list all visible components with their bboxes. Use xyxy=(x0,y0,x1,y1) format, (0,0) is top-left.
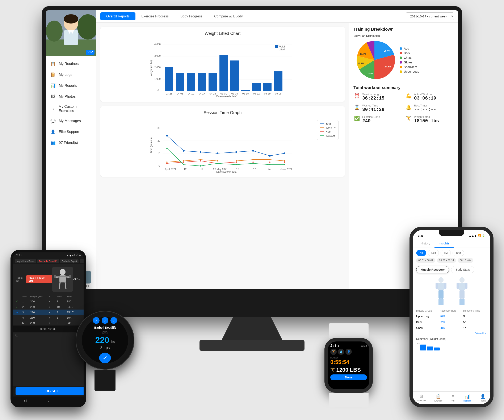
view-all-btn[interactable]: View All ∨ xyxy=(416,331,487,336)
sidebar-item-support[interactable]: 👤 Elite Support xyxy=(46,126,96,137)
cw-weight-val: 220 xyxy=(95,335,109,345)
cw-check-1: ✓ xyxy=(93,317,100,324)
aw-done-btn[interactable]: Done xyxy=(330,374,367,380)
weight-chart-card: Weight Lifted Chart 0 1,000 2,000 3,000 … xyxy=(100,27,345,102)
svg-text:16.9%: 16.9% xyxy=(358,62,364,65)
svg-text:24.8%: 24.8% xyxy=(384,65,391,68)
date-select[interactable]: 2021-10-17 - current week xyxy=(406,12,454,20)
tab-overall-reports[interactable]: Overall Reports xyxy=(100,12,135,20)
svg-point-64 xyxy=(200,151,201,153)
svg-text:05-29: 05-29 xyxy=(264,92,271,95)
svg-text:Lifted: Lifted xyxy=(278,48,285,51)
legend-glutes: Glutes xyxy=(404,61,412,64)
time-chip-1m[interactable]: 1M xyxy=(441,250,451,256)
rr2-time: 5h xyxy=(463,320,487,324)
svg-text:14%: 14% xyxy=(368,72,373,75)
rr1-rate: 96% xyxy=(440,315,463,318)
svg-text:2,000: 2,000 xyxy=(154,66,161,69)
svg-rect-31 xyxy=(230,60,239,91)
svg-rect-121 xyxy=(459,283,465,290)
pie-legend: Abs Back Chest Glutes Shoulders Upper Le… xyxy=(400,47,419,73)
svg-rect-113 xyxy=(444,283,446,289)
sidebar-item-logs[interactable]: 📔 My Logs xyxy=(46,69,96,80)
sidebar-item-photos[interactable]: 🖼 My Photos xyxy=(46,91,96,102)
sidebar-item-reports[interactable]: 📊 My Reports xyxy=(46,80,96,91)
aw-duration: Duration 0:55:54 xyxy=(330,357,367,365)
tab-history[interactable]: History xyxy=(416,240,434,248)
svg-point-65 xyxy=(216,152,218,154)
sidebar-friends-label: 97 Friend(s) xyxy=(59,141,78,145)
sidebar-item-friends[interactable]: 👥 97 Friend(s) xyxy=(46,137,96,148)
workout-summary-section: Total workout summary ⏰ Session Length 3… xyxy=(354,85,454,124)
svg-rect-41 xyxy=(275,45,278,48)
svg-point-87 xyxy=(183,164,184,165)
wasted-time-label: Wasted Time xyxy=(362,104,384,107)
sidebar-photos-label: My Photos xyxy=(59,95,76,99)
svg-point-93 xyxy=(284,164,285,165)
actual-workout-item: 💪 Actual Workout 03:06:19 xyxy=(405,93,454,101)
exercise-chip-deadlift[interactable]: Barbells Deadlift xyxy=(37,259,59,263)
svg-point-63 xyxy=(183,150,185,152)
svg-rect-109 xyxy=(69,275,71,278)
svg-point-74 xyxy=(236,160,237,162)
pause-icon[interactable]: ⏸ xyxy=(16,327,19,331)
tab-insights[interactable]: Insights xyxy=(434,240,454,248)
svg-point-67 xyxy=(252,150,254,152)
iphone-history-insights-tabs: History Insights xyxy=(413,240,490,248)
nav-log[interactable]: ≡ Log xyxy=(451,394,455,402)
recovery-row-1: Upper Leg 96% 3h xyxy=(416,313,487,319)
wasted-time-item: ⌛ Wasted Time 30:41:29 xyxy=(354,104,402,112)
svg-rect-6 xyxy=(64,30,78,45)
session-chart-svg: 0 10 20 30 April 2021 12 19 26 May 2021 xyxy=(105,118,341,173)
nav-exercise[interactable]: 📋 Exercise xyxy=(434,394,443,402)
cw-screen: ✓ ✓ ✓ Barbell Deadlift 205 220 lbs 8 rps… xyxy=(82,317,128,363)
cw-exercise-name: Barbell Deadlift xyxy=(94,326,116,329)
session-chart-card: Session Time Graph xyxy=(100,106,345,177)
date-chip-1[interactable]: 08.01 - 08.07 xyxy=(416,258,435,263)
nav-schedule[interactable]: 🗓 Schedule xyxy=(417,394,426,402)
log-set-button[interactable]: LOG SET xyxy=(16,387,84,395)
app-container: VIP 📋 My Routines 📔 My Logs 📊 xyxy=(46,10,458,289)
cw-confirm-btn[interactable]: ✓ xyxy=(99,353,111,363)
nav-profile[interactable]: 👤 Profile xyxy=(480,394,486,402)
sidebar-support-label: Elite Support xyxy=(59,130,79,134)
date-chip-3[interactable]: 08.15 - 0~ xyxy=(458,258,473,263)
tab-exercise-progress[interactable]: Exercise Progress xyxy=(135,12,174,20)
cw-body: ✓ ✓ ✓ Barbell Deadlift 205 220 lbs 8 rps… xyxy=(76,311,134,370)
exercise-figure-svg xyxy=(54,269,71,290)
svg-text:Date (weekly data): Date (weekly data) xyxy=(216,170,237,173)
sidebar-item-exercises[interactable]: ↔ My Custom Exercises xyxy=(46,102,96,115)
svg-rect-130 xyxy=(427,347,433,350)
aw-brand: Jefit xyxy=(330,344,339,348)
date-chip-2[interactable]: 08.08 - 08.14 xyxy=(437,258,456,263)
exercise-chip-more[interactable]: ... xyxy=(80,259,84,263)
time-chip-12m[interactable]: 12M xyxy=(453,250,464,256)
legend-rest: Rest xyxy=(325,130,331,133)
tab-compare-buddy[interactable]: Compare w/ Buddy xyxy=(208,12,249,20)
time-chip-7d[interactable]: 7D xyxy=(416,250,426,256)
svg-text:4,000: 4,000 xyxy=(154,43,161,46)
exercise-chip-squat[interactable]: Barbells Squat xyxy=(60,259,79,263)
pie-section: 26.4% 24.8% 14% 16.9% 12.8% Abs xyxy=(354,39,454,81)
exercise-done-label: Exercise Done xyxy=(362,115,380,119)
back-nav-btn[interactable]: ◁ xyxy=(24,398,26,403)
messages-icon: 💬 xyxy=(50,118,56,124)
svg-rect-126 xyxy=(459,299,462,305)
weight-chart-svg: 0 1,000 2,000 3,000 4,000 xyxy=(105,39,341,98)
nav-progress[interactable]: 📊 Progress xyxy=(463,394,471,402)
android-nav-bar: ◁ ○ □ xyxy=(13,396,84,405)
tab-body-progress[interactable]: Body Progress xyxy=(174,12,208,20)
sidebar-item-messages[interactable]: 💬 My Messages xyxy=(46,115,96,126)
weight-icon: 🏋 xyxy=(405,115,412,122)
svg-rect-112 xyxy=(436,283,438,289)
muscle-tab-recovery[interactable]: Muscle Recovery xyxy=(416,266,449,273)
recents-nav-btn[interactable]: □ xyxy=(71,399,73,403)
time-chip-14d[interactable]: 14D xyxy=(428,250,439,256)
muscle-tab-body-stats[interactable]: Body Stats xyxy=(451,266,474,273)
sidebar-item-routines[interactable]: 📋 My Routines xyxy=(46,58,96,69)
svg-point-86 xyxy=(166,148,168,149)
home-nav-btn[interactable]: ○ xyxy=(48,399,50,403)
legend-upper-legs: Upper Legs xyxy=(404,70,419,73)
svg-point-2 xyxy=(46,21,63,42)
exercise-chip-press[interactable]: ing Military Press xyxy=(15,259,36,263)
